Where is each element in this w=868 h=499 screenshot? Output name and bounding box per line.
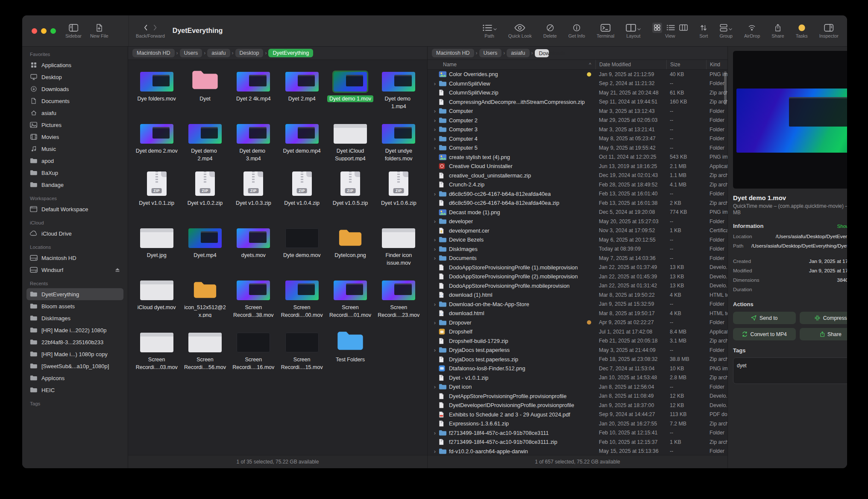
file-list-row[interactable]: ›fd-v10.2.0-aarch64-apple-darwinMay 15, … [428, 447, 727, 455]
file-list-row[interactable]: Dtafalonso-los8-Finder.512.pngDec 7, 202… [428, 364, 727, 373]
file-grid-item[interactable]: Dyet demo 2.mov [132, 117, 181, 169]
expand-chevron-icon[interactable]: › [431, 118, 439, 123]
file-list-row[interactable]: creative_cloud_uninstallermac.zipDec 19,… [428, 171, 727, 180]
expand-chevron-icon[interactable]: › [431, 108, 439, 114]
toolbar-group-button[interactable]: Group [719, 24, 733, 38]
file-list-row[interactable]: ›DiskImagesToday at 08:39:09--Folder [428, 245, 727, 254]
sidebar-item-hr-made-i-1080p-copy[interactable]: [HR] Made i...) 1080p copy [26, 348, 123, 360]
file-grid-item[interactable]: Dyet demo 2.mp4 [181, 117, 229, 169]
sidebar-item-macintosh-hd[interactable]: Macintosh HD [26, 252, 123, 264]
sidebar-item-heic[interactable]: HEIC [26, 384, 123, 396]
file-list-row[interactable]: DyetDeveloperIDProvisioningProfile.provi… [428, 401, 727, 410]
new-file-button[interactable]: New File [90, 24, 108, 38]
file-list-row[interactable]: DodoAppStoreProvisioningProfile.mobilepr… [428, 281, 727, 291]
file-list-row[interactable]: ›Computer 5May 9, 2025 at 19:55:42--Fold… [428, 143, 727, 153]
sidebar-item-default-workspace[interactable]: Default Workspace [26, 203, 123, 215]
expand-chevron-icon[interactable]: › [431, 218, 439, 224]
grid-icon[interactable] [652, 23, 662, 33]
toolbar-inspector-button[interactable]: Inspector [819, 24, 839, 38]
file-grid-item[interactable]: Screen Recordi....16.mov [229, 326, 278, 378]
file-grid-item[interactable]: Screen Recordi....15.mov [278, 326, 326, 378]
toolbar-path-button[interactable]: Path [482, 24, 497, 38]
sidebar-item-baxup[interactable]: BaXup [26, 167, 123, 179]
file-grid-item[interactable]: Screen Recordi....03.mov [132, 326, 181, 378]
file-list-row[interactable]: DryjaDocs test.paperless.zipFeb 18, 2025… [428, 355, 727, 364]
action-compress-button[interactable]: Compress [800, 312, 847, 324]
toolbar-tasks-button[interactable]: Tasks [796, 24, 808, 38]
file-list-row[interactable]: DodoAppStoreProvisioningProfile (1).mobi… [428, 263, 727, 272]
sidebar-item-bloom-assets[interactable]: Bloom assets [26, 300, 123, 312]
sidebar-item-appicons[interactable]: AppIcons [26, 372, 123, 384]
sidebar-item-asiafu[interactable]: asiafu [26, 107, 123, 119]
file-grid-item[interactable]: Dyet demo 1.mp4 [375, 65, 423, 117]
sidebar-item-pictures[interactable]: Pictures [26, 119, 123, 131]
column-header-name[interactable]: Name^ [428, 60, 595, 69]
breadcrumb-item-users[interactable]: Users [180, 49, 202, 57]
toolbar-view-button[interactable]: View [652, 24, 688, 38]
expand-chevron-icon[interactable]: › [431, 255, 439, 261]
file-list-row[interactable]: ›Download-on-the-Mac-App-StoreJan 9, 202… [428, 300, 727, 309]
file-grid-item[interactable]: Screen Recordi....23.mov [375, 274, 423, 326]
toolbar-sort-button[interactable]: Sort [699, 24, 708, 38]
sidebar-item-applications[interactable]: Applications [26, 59, 123, 71]
breadcrumb-item-users[interactable]: Users [479, 49, 502, 57]
close-button[interactable] [32, 28, 37, 34]
file-grid-item[interactable]: Screen Recordi....00.mov [278, 274, 326, 326]
tags-input-box[interactable]: dyet [733, 357, 847, 384]
file-grid-item[interactable]: Dyet demo 3.mp4 [229, 117, 278, 169]
breadcrumb-item-asiafu[interactable]: asiafu [507, 49, 529, 57]
action-share-button[interactable]: Share [800, 328, 847, 340]
eject-icon[interactable] [115, 268, 120, 272]
sidebar-item-documents[interactable]: Documents [26, 95, 123, 107]
file-list-row[interactable]: ›Computer 3Mar 3, 2025 at 13:21:41--Fold… [428, 125, 727, 134]
toolbar-get-info-button[interactable]: Get Info [568, 24, 585, 38]
toolbar-terminal-button[interactable]: Terminal [597, 24, 615, 38]
file-grid-item[interactable]: Screen Recordi....56.mov [181, 326, 229, 378]
zoom-button[interactable] [50, 28, 56, 34]
file-list-row[interactable]: ›Dyet iconJan 8, 2025 at 12:56:04--Folde… [428, 382, 727, 392]
file-list-row[interactable]: ›f2713499-18f4-457c-ac10-91b708ce3111Feb… [428, 428, 727, 438]
expand-chevron-icon[interactable]: › [431, 320, 439, 325]
breadcrumb-item-macintosh-hd[interactable]: Macintosh HD [432, 49, 474, 57]
file-grid-item[interactable]: Dyet 2.mp4 [278, 65, 326, 117]
action-send-to-button[interactable]: Send to [733, 312, 796, 324]
vertical-scrollbar[interactable] [724, 71, 727, 105]
file-grid-item[interactable]: Dyte demo.mov [278, 221, 326, 274]
file-list-row[interactable]: Creative Cloud UninstallerJun 13, 2019 a… [428, 162, 727, 171]
expand-chevron-icon[interactable]: › [431, 127, 439, 132]
list-icon[interactable] [666, 24, 675, 32]
file-grid-item[interactable]: ZIPDyet v1.0.2.zip [181, 169, 229, 221]
sidebar-item-icloud-drive[interactable]: iCloud Drive [26, 227, 123, 239]
file-list-row[interactable]: ›DryjaDocs test.paperlessMay 3, 2025 at … [428, 345, 727, 355]
file-grid-item[interactable]: Dyet demo.mp4 [278, 117, 326, 169]
toolbar-delete-button[interactable]: Delete [543, 24, 557, 38]
file-grid-item[interactable]: Finder icon issue.mov [375, 221, 423, 274]
expand-chevron-icon[interactable]: › [431, 246, 439, 252]
file-list-row[interactable]: Exhibits to Schedule 2 and 3 - 29 August… [428, 410, 727, 419]
file-list-row[interactable]: ColumnSplitView.zipMay 21, 2025 at 20:24… [428, 88, 727, 97]
file-list-row[interactable]: ›developerMay 20, 2025 at 15:27:03--Fold… [428, 217, 727, 226]
column-header-size[interactable]: Size [666, 60, 706, 69]
file-list-row[interactable]: f2713499-18f4-457c-ac10-91b708ce3111.zip… [428, 437, 727, 447]
sidebar-item-hr-made-i-2022-1080p[interactable]: [HR] Made i...2022) 1080p [26, 324, 123, 336]
file-grid-item[interactable]: Dye folders.mov [132, 65, 181, 117]
file-list-row[interactable]: DyetAppStoreProvisioningProfile.provisio… [428, 392, 727, 401]
sidebar-item-dyeteverything[interactable]: DyetEverything [26, 288, 123, 300]
forward-button[interactable] [153, 24, 157, 31]
toggle-sidebar-button[interactable]: Sidebar [65, 24, 82, 38]
expand-chevron-icon[interactable]: › [431, 430, 439, 436]
file-grid-item[interactable]: Screen Recordi....01.mov [326, 274, 374, 326]
file-grid-item[interactable]: ZIPDyet v1.0.3.zip [229, 169, 278, 221]
file-list-row[interactable]: create stylish text (4).pngOct 11, 2024 … [428, 153, 727, 162]
back-button[interactable] [144, 24, 147, 31]
file-list-row[interactable]: ›Device BezelsMay 6, 2025 at 20:12:55--F… [428, 235, 727, 245]
file-list-row[interactable]: ›Computer 4May 8, 2025 at 05:23:47--Fold… [428, 134, 727, 144]
file-list-row[interactable]: DropshelfJul 1, 2021 at 17:42:088.4 MBAp… [428, 327, 727, 337]
file-grid-item[interactable]: DyteIcon.png [326, 221, 374, 274]
file-list-row[interactable]: Decast mode (1).pngDec 5, 2024 at 19:20:… [428, 208, 727, 217]
file-grid-item[interactable]: Screen Recordi...38.mov [229, 274, 278, 326]
toolbar-share-button[interactable]: Share [771, 24, 784, 38]
file-grid-item[interactable]: Dyet iCloud Support.mp4 [326, 117, 374, 169]
file-list-row[interactable]: CompressingAndDecompre...ithStreamCompre… [428, 97, 727, 107]
expand-chevron-icon[interactable]: › [431, 81, 439, 86]
